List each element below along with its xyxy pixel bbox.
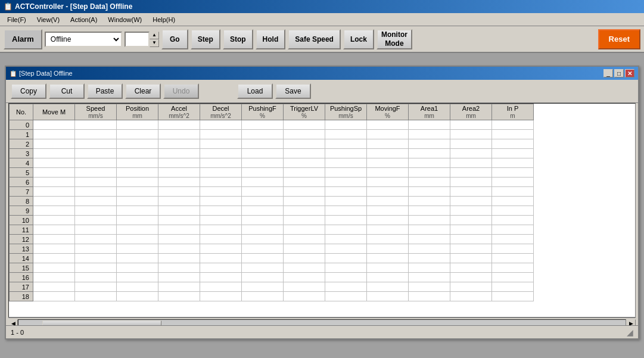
table-cell[interactable]	[33, 216, 75, 225]
spinner-up-btn[interactable]: ▲	[150, 32, 159, 39]
table-cell[interactable]	[75, 187, 117, 197]
table-cell[interactable]	[158, 130, 200, 139]
table-cell[interactable]	[242, 292, 284, 301]
table-cell[interactable]	[325, 187, 367, 197]
table-cell[interactable]	[284, 197, 325, 206]
stop-button[interactable]: Stop	[223, 29, 253, 49]
table-cell[interactable]	[117, 273, 158, 282]
table-cell[interactable]	[75, 158, 117, 168]
table-cell[interactable]	[200, 168, 242, 178]
table-cell[interactable]	[242, 225, 284, 235]
table-cell[interactable]	[75, 292, 117, 301]
table-cell[interactable]	[492, 216, 534, 225]
table-cell[interactable]	[450, 225, 492, 235]
table-cell[interactable]	[409, 254, 450, 263]
table-row[interactable]: 12	[10, 235, 534, 244]
table-cell[interactable]	[158, 235, 200, 244]
paste-button[interactable]: Paste	[87, 83, 123, 99]
table-cell[interactable]	[492, 273, 534, 282]
table-row[interactable]: 17	[10, 282, 534, 292]
table-cell[interactable]	[492, 292, 534, 301]
table-cell[interactable]	[158, 197, 200, 206]
restore-button[interactable]: □	[614, 69, 624, 77]
table-cell[interactable]	[242, 216, 284, 225]
table-row[interactable]: 13	[10, 244, 534, 254]
table-row[interactable]: 5	[10, 168, 534, 178]
table-cell[interactable]	[200, 197, 242, 206]
table-cell[interactable]	[158, 225, 200, 235]
table-cell[interactable]	[200, 139, 242, 149]
table-cell[interactable]	[200, 235, 242, 244]
table-cell[interactable]	[492, 120, 534, 130]
table-cell[interactable]	[242, 178, 284, 187]
table-cell[interactable]	[200, 187, 242, 197]
table-row[interactable]: 15	[10, 263, 534, 273]
table-cell[interactable]	[409, 130, 450, 139]
table-cell[interactable]	[450, 292, 492, 301]
table-cell[interactable]	[492, 187, 534, 197]
table-cell[interactable]	[325, 273, 367, 282]
table-cell[interactable]	[284, 282, 325, 292]
table-cell[interactable]	[492, 244, 534, 254]
table-cell[interactable]	[200, 206, 242, 216]
table-row[interactable]: 0	[10, 120, 534, 130]
spinner-down-btn[interactable]: ▼	[150, 39, 159, 47]
table-cell[interactable]	[75, 273, 117, 282]
table-cell[interactable]	[367, 158, 409, 168]
table-cell[interactable]	[325, 282, 367, 292]
table-cell[interactable]	[409, 273, 450, 282]
table-cell[interactable]	[33, 273, 75, 282]
table-cell[interactable]	[367, 187, 409, 197]
table-cell[interactable]	[325, 206, 367, 216]
table-cell[interactable]	[492, 282, 534, 292]
table-cell[interactable]	[75, 235, 117, 244]
table-cell[interactable]	[367, 168, 409, 178]
menu-file[interactable]: File(F)	[2, 15, 31, 24]
table-cell[interactable]	[284, 244, 325, 254]
table-row[interactable]: 16	[10, 273, 534, 282]
resize-grip[interactable]: ◢	[627, 328, 633, 337]
table-cell[interactable]	[367, 263, 409, 273]
table-row[interactable]: 11	[10, 225, 534, 235]
table-cell[interactable]	[450, 235, 492, 244]
table-cell[interactable]	[409, 244, 450, 254]
table-cell[interactable]	[158, 139, 200, 149]
table-cell[interactable]	[117, 158, 158, 168]
table-cell[interactable]	[33, 178, 75, 187]
menu-action[interactable]: Action(A)	[66, 15, 102, 24]
table-cell[interactable]	[492, 206, 534, 216]
table-row[interactable]: 8	[10, 197, 534, 206]
table-cell[interactable]	[75, 178, 117, 187]
table-cell[interactable]	[75, 206, 117, 216]
table-cell[interactable]	[200, 273, 242, 282]
table-cell[interactable]	[200, 225, 242, 235]
table-row[interactable]: 14	[10, 254, 534, 263]
load-button[interactable]: Load	[237, 83, 273, 99]
table-cell[interactable]	[450, 216, 492, 225]
table-cell[interactable]	[367, 282, 409, 292]
table-cell[interactable]	[367, 216, 409, 225]
table-cell[interactable]	[284, 216, 325, 225]
table-cell[interactable]	[450, 282, 492, 292]
table-cell[interactable]	[33, 282, 75, 292]
table-cell[interactable]	[33, 244, 75, 254]
step-number-input[interactable]	[125, 32, 150, 47]
table-cell[interactable]	[284, 149, 325, 158]
data-table-container[interactable]: No. Move M Speed mm/s Position mm	[8, 103, 636, 317]
table-cell[interactable]	[450, 187, 492, 197]
table-cell[interactable]	[33, 254, 75, 263]
go-button[interactable]: Go	[161, 29, 188, 49]
table-cell[interactable]	[409, 206, 450, 216]
table-cell[interactable]	[367, 292, 409, 301]
table-cell[interactable]	[409, 158, 450, 168]
table-cell[interactable]	[492, 254, 534, 263]
table-cell[interactable]	[492, 168, 534, 178]
table-cell[interactable]	[117, 282, 158, 292]
table-cell[interactable]	[33, 149, 75, 158]
table-cell[interactable]	[325, 120, 367, 130]
table-row[interactable]: 7	[10, 187, 534, 197]
table-cell[interactable]	[367, 206, 409, 216]
table-cell[interactable]	[75, 254, 117, 263]
table-cell[interactable]	[450, 120, 492, 130]
table-cell[interactable]	[367, 130, 409, 139]
